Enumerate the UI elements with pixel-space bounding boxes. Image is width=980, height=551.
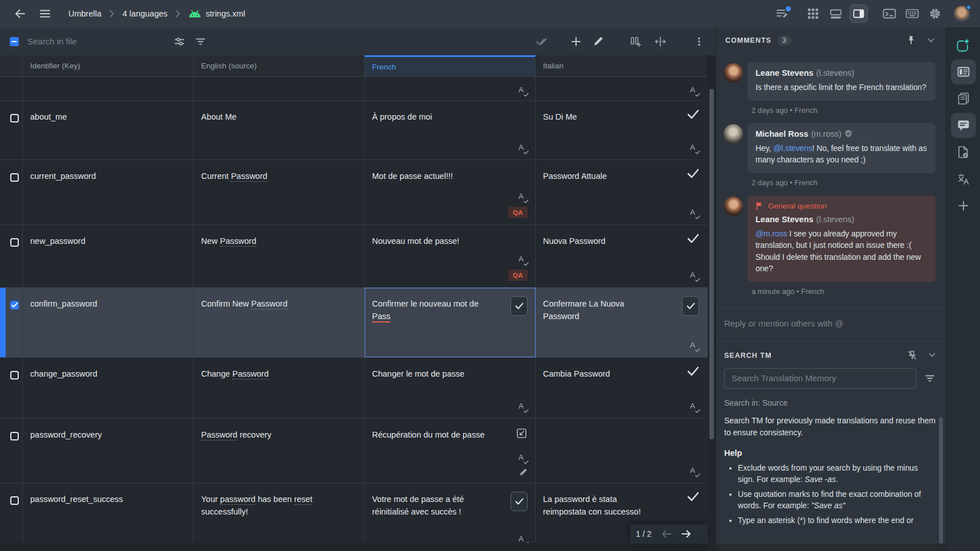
row-checkbox[interactable] (10, 371, 19, 379)
column-header-english[interactable]: English (source) (194, 55, 365, 76)
search-settings-button[interactable] (171, 33, 188, 50)
tm-filter-icon[interactable] (924, 373, 936, 384)
spellcheck-icon[interactable]: A (518, 85, 528, 96)
row-checkbox[interactable] (10, 238, 19, 247)
breadcrumb-languages[interactable]: 4 languages (122, 9, 168, 18)
row-checkbox[interactable] (10, 173, 19, 182)
comment-author[interactable]: Leane Stevens (756, 68, 814, 77)
comment-author[interactable]: Michael Ross (756, 129, 808, 138)
edit-pencil-icon[interactable] (519, 468, 528, 476)
panel-scrollbar[interactable] (939, 417, 943, 544)
breadcrumb-file[interactable]: strings.xml (206, 9, 245, 18)
mention-link[interactable]: @m.ross (756, 229, 787, 238)
avatar[interactable] (724, 63, 743, 83)
row-checkbox[interactable] (10, 432, 19, 440)
back-button[interactable] (10, 4, 30, 23)
comment-author[interactable]: Leane Stevens (756, 215, 814, 224)
filter-button[interactable] (192, 33, 209, 50)
right-icon-strip (946, 27, 980, 551)
glossary-term[interactable]: Password (220, 236, 256, 247)
more-options-button[interactable] (691, 33, 708, 50)
comments-count-badge: 3 (777, 35, 791, 46)
spellcheck-icon[interactable]: A (518, 255, 528, 265)
spellcheck-icon[interactable]: A (518, 192, 528, 202)
select-all-checkbox[interactable] (10, 37, 19, 46)
horizontal-scrollbar-track (0, 543, 708, 551)
row-checkbox-checked[interactable] (10, 301, 19, 309)
previous-page-button[interactable] (659, 526, 674, 541)
approve-button[interactable] (682, 296, 699, 316)
editor-view-button[interactable] (951, 59, 976, 84)
glossary-term[interactable]: Password (231, 172, 267, 182)
pin-icon[interactable] (906, 35, 916, 46)
view-right-panel-button[interactable] (849, 4, 868, 23)
glossary-term[interactable]: Password (232, 369, 269, 379)
approved-check-icon[interactable] (687, 366, 699, 376)
spelling-error-term[interactable]: Pass (372, 312, 390, 323)
user-avatar[interactable] (954, 6, 970, 22)
menu-button[interactable] (35, 4, 55, 23)
view-bottom-panel-button[interactable] (826, 4, 846, 23)
active-translation-cell[interactable]: Confirmer le nouveau mot de Pass (365, 288, 536, 357)
approve-button[interactable] (511, 296, 528, 316)
terminal-button[interactable] (880, 4, 899, 23)
edit-button[interactable] (590, 33, 607, 50)
glossary-term[interactable]: Password (201, 430, 238, 440)
qa-badge[interactable]: QA (508, 270, 528, 281)
spellcheck-icon[interactable]: A (690, 208, 699, 218)
manage-columns-button[interactable] (627, 33, 644, 50)
glossary-button[interactable] (951, 86, 976, 111)
spellcheck-icon[interactable]: A (690, 85, 699, 96)
settings-button[interactable] (925, 4, 945, 23)
tasks-button[interactable] (773, 4, 792, 23)
approved-check-icon[interactable] (687, 234, 699, 243)
column-header-italian[interactable]: Italian (536, 55, 707, 76)
tm-search-input[interactable] (724, 368, 916, 389)
vertical-scrollbar[interactable] (709, 89, 714, 439)
comment-label: General question (768, 202, 827, 210)
column-header-french[interactable]: French (365, 55, 536, 76)
insert-suggestion-icon[interactable] (516, 427, 528, 439)
fit-columns-button[interactable] (652, 33, 669, 50)
glossary-term[interactable]: password (220, 495, 255, 505)
spellcheck-icon[interactable]: A (518, 402, 528, 412)
spellcheck-icon[interactable]: A (518, 453, 528, 463)
add-key-button[interactable] (567, 33, 585, 50)
column-header-key[interactable]: Identifier (Key) (23, 55, 194, 76)
qa-badge[interactable]: QA (508, 207, 528, 218)
spellcheck-icon[interactable]: A (690, 341, 699, 351)
pin-off-icon[interactable] (907, 350, 917, 361)
spellcheck-icon[interactable]: A (690, 466, 699, 476)
mention-link[interactable]: @l.stevens (773, 144, 812, 153)
approve-button[interactable] (511, 492, 528, 511)
table-header: Identifier (Key) English (source) French… (0, 55, 716, 77)
spellcheck-icon[interactable]: A (690, 143, 699, 153)
chevron-down-icon[interactable] (929, 353, 936, 358)
comments-panel-button[interactable] (951, 113, 976, 138)
reply-input[interactable] (724, 319, 936, 328)
spellcheck-icon[interactable]: A (690, 402, 699, 412)
keyboard-shortcuts-button[interactable] (903, 4, 922, 23)
bulk-approve-button[interactable] (533, 33, 550, 50)
chevron-down-icon[interactable] (928, 38, 934, 43)
ai-assistant-button[interactable] (951, 32, 976, 58)
approved-check-icon[interactable] (687, 109, 699, 119)
avatar[interactable] (724, 197, 743, 216)
glossary-term[interactable]: reset (294, 495, 312, 505)
row-checkbox[interactable] (10, 496, 19, 505)
add-panel-button[interactable] (951, 193, 976, 218)
row-checkbox[interactable] (10, 114, 19, 123)
spellcheck-icon[interactable]: A (518, 143, 528, 153)
breadcrumb-project[interactable]: Umbrella (68, 9, 101, 18)
table-row: current_password Current Password Mot de… (0, 160, 716, 225)
approved-check-icon[interactable] (687, 492, 699, 501)
spellcheck-icon[interactable]: A (690, 271, 699, 281)
context-info-button[interactable] (951, 140, 976, 165)
machine-translation-button[interactable] (951, 166, 976, 191)
next-page-button[interactable] (679, 526, 693, 541)
avatar[interactable] (724, 124, 743, 144)
approved-check-icon[interactable] (687, 169, 699, 178)
search-input[interactable] (27, 36, 158, 46)
view-grid-button[interactable] (803, 4, 823, 23)
glossary-term[interactable]: Password (251, 299, 288, 309)
